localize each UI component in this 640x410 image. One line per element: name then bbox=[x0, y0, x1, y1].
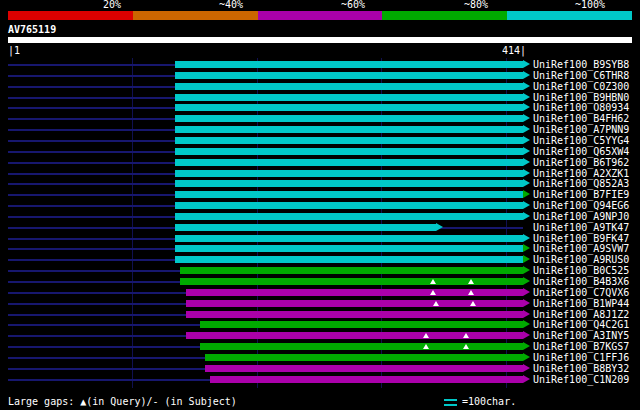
hit-label[interactable]: UniRef100_B7FIE9 bbox=[533, 190, 629, 200]
hit-bar[interactable] bbox=[175, 61, 523, 68]
hit-bar[interactable] bbox=[175, 83, 523, 90]
hit-label[interactable]: UniRef100_Q94EG6 bbox=[533, 201, 629, 211]
query-gap-marker-icon bbox=[423, 344, 429, 349]
hit-label[interactable]: UniRef100_C1FFJ6 bbox=[533, 353, 629, 363]
query-gap-marker-icon bbox=[463, 344, 469, 349]
hit-bar[interactable] bbox=[175, 94, 523, 101]
hit-label[interactable]: UniRef100_B7KGS7 bbox=[533, 342, 629, 352]
hit-bar[interactable] bbox=[175, 115, 523, 122]
query-gap-marker-icon bbox=[433, 301, 439, 306]
hit-label[interactable]: UniRef100_A9NPJ0 bbox=[533, 212, 629, 222]
hit-arrow-icon bbox=[523, 158, 530, 166]
hit-bar[interactable] bbox=[175, 104, 523, 111]
identity-key-label: ~40% bbox=[219, 0, 243, 10]
query-bar bbox=[8, 37, 632, 43]
identity-key-segment bbox=[507, 11, 632, 20]
hit-bar[interactable] bbox=[200, 343, 523, 350]
hit-arrow-icon bbox=[436, 223, 443, 231]
hit-label[interactable]: UniRef100_C7QVX6 bbox=[533, 288, 629, 298]
hit-arrow-icon bbox=[523, 201, 530, 209]
hit-arrow-icon bbox=[523, 353, 530, 361]
hit-bar[interactable] bbox=[200, 321, 523, 328]
hit-arrow-icon bbox=[523, 364, 530, 372]
hit-label[interactable]: UniRef100_A3INY5 bbox=[533, 331, 629, 341]
hit-label[interactable]: UniRef100_A9TK47 bbox=[533, 223, 629, 233]
identity-key-segment bbox=[258, 11, 383, 20]
hit-arrow-icon bbox=[523, 125, 530, 133]
hit-bar[interactable] bbox=[175, 72, 523, 79]
hit-label[interactable]: UniRef100_Q4C2G1 bbox=[533, 320, 629, 330]
hit-arrow-icon bbox=[523, 234, 530, 242]
hit-arrow-icon bbox=[523, 147, 530, 155]
hit-label[interactable]: UniRef100_C1N209 bbox=[533, 375, 629, 385]
hit-label[interactable]: UniRef100_B4FH62 bbox=[533, 114, 629, 124]
query-gap-marker-icon bbox=[470, 301, 476, 306]
hit-arrow-icon bbox=[523, 310, 530, 318]
hit-label[interactable]: UniRef100_B8BY32 bbox=[533, 364, 629, 374]
hit-label[interactable]: UniRef100_Q65XW4 bbox=[533, 147, 629, 157]
hit-bar[interactable] bbox=[210, 376, 523, 383]
hit-arrow-icon bbox=[523, 190, 530, 198]
query-gap-marker-icon bbox=[468, 290, 474, 295]
hit-label[interactable]: UniRef100_C0Z300 bbox=[533, 82, 629, 92]
hit-label[interactable]: UniRef100_A9RUS0 bbox=[533, 255, 629, 265]
hit-bar[interactable] bbox=[175, 126, 523, 133]
hit-bar[interactable] bbox=[175, 159, 523, 166]
hit-bar[interactable] bbox=[175, 256, 523, 263]
scale-legend-label: =100char. bbox=[462, 396, 516, 407]
scale-legend-icon bbox=[444, 399, 457, 406]
hit-bar[interactable] bbox=[175, 148, 523, 155]
hit-bar[interactable] bbox=[175, 213, 523, 220]
hit-label[interactable]: UniRef100_B0C525 bbox=[533, 266, 629, 276]
hit-bar[interactable] bbox=[175, 170, 523, 177]
hit-bar[interactable] bbox=[175, 180, 523, 187]
query-gap-marker-icon bbox=[423, 333, 429, 338]
hit-arrow-icon bbox=[523, 320, 530, 328]
hit-arrow-icon bbox=[523, 212, 530, 220]
hit-arrow-icon bbox=[523, 93, 530, 101]
hit-arrow-icon bbox=[523, 277, 530, 285]
hit-label[interactable]: UniRef100_B6T962 bbox=[533, 158, 629, 168]
query-title: AV765119 bbox=[8, 24, 56, 35]
hit-label[interactable]: UniRef100_A7PNN9 bbox=[533, 125, 629, 135]
hit-arrow-icon bbox=[523, 103, 530, 111]
hit-arrow-icon bbox=[523, 60, 530, 68]
hit-bar[interactable] bbox=[186, 311, 523, 318]
hit-bar[interactable] bbox=[175, 202, 523, 209]
query-gap-marker-icon bbox=[463, 333, 469, 338]
hit-label[interactable]: UniRef100_O80934 bbox=[533, 103, 629, 113]
hit-bar[interactable] bbox=[186, 332, 523, 339]
hit-bar[interactable] bbox=[175, 245, 523, 252]
hit-bar[interactable] bbox=[175, 235, 523, 242]
identity-key-segment bbox=[133, 11, 258, 20]
identity-key-label: 20% bbox=[103, 0, 121, 10]
hit-label[interactable]: UniRef100_Q852A3 bbox=[533, 179, 629, 189]
query-gap-marker-icon bbox=[430, 279, 436, 284]
hit-arrow-icon bbox=[523, 255, 530, 263]
ruler-end-label: 414| bbox=[502, 46, 526, 56]
hit-label[interactable]: UniRef100_B1WP44 bbox=[533, 299, 629, 309]
identity-key-segment bbox=[382, 11, 507, 20]
hit-arrow-icon bbox=[523, 266, 530, 274]
hit-arrow-icon bbox=[523, 114, 530, 122]
hit-label[interactable]: UniRef100_B4B3X6 bbox=[533, 277, 629, 287]
alignment-viewer: 20%~40%~60%~80%~100% AV765119 |1 414| Un… bbox=[0, 0, 640, 410]
identity-key-label: ~100% bbox=[575, 0, 605, 10]
gaps-legend: Large gaps: ▲(in Query)/- (in Subject) bbox=[8, 396, 237, 407]
identity-key-segment bbox=[8, 11, 133, 20]
hit-label[interactable]: UniRef100_B9SYB8 bbox=[533, 60, 629, 70]
hit-arrow-icon bbox=[523, 342, 530, 350]
hit-bar[interactable] bbox=[205, 354, 523, 361]
hit-bar[interactable] bbox=[205, 365, 523, 372]
hit-bar[interactable] bbox=[180, 267, 523, 274]
hit-arrow-icon bbox=[523, 82, 530, 90]
hit-label[interactable]: UniRef100_A9SVW7 bbox=[533, 244, 629, 254]
hit-label[interactable]: UniRef100_C5YYG4 bbox=[533, 136, 629, 146]
hit-arrow-icon bbox=[523, 169, 530, 177]
hit-arrow-icon bbox=[523, 136, 530, 144]
hit-label[interactable]: UniRef100_C6THR8 bbox=[533, 71, 629, 81]
hit-bar[interactable] bbox=[175, 137, 523, 144]
hit-bar[interactable] bbox=[175, 191, 523, 198]
hit-arrow-icon bbox=[523, 299, 530, 307]
hit-bar[interactable] bbox=[175, 224, 436, 231]
